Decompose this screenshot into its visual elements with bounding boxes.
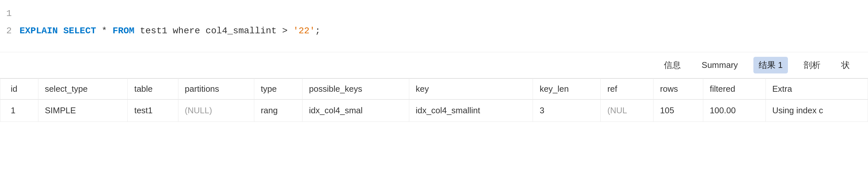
code-string-value: '22' xyxy=(293,26,315,36)
code-star: * xyxy=(101,26,107,36)
code-editor: 1 2 EXPLAIN SELECT * FROM test1 where co… xyxy=(0,0,868,52)
col-header-id: id xyxy=(0,79,38,100)
results-table: id select_type table partitions type pos… xyxy=(0,78,868,122)
col-header-table: table xyxy=(128,79,178,100)
col-header-possible-keys: possible_keys xyxy=(303,79,409,100)
line-number-1: 1 xyxy=(0,6,20,21)
col-header-rows: rows xyxy=(653,79,703,100)
col-header-partitions: partitions xyxy=(178,79,254,100)
col-header-key: key xyxy=(409,79,533,100)
summary-button[interactable]: Summary xyxy=(696,57,743,73)
cell-ref: (NUL xyxy=(601,100,653,122)
line-number-2: 2 xyxy=(0,24,20,39)
cell-filtered: 100.00 xyxy=(703,100,766,122)
result1-button[interactable]: 结果 1 xyxy=(753,57,788,73)
results-table-wrapper: id select_type table partitions type pos… xyxy=(0,78,868,122)
col-header-extra: Extra xyxy=(766,79,868,100)
cell-key-len: 3 xyxy=(533,100,601,122)
cell-rows: 105 xyxy=(653,100,703,122)
cell-key: idx_col4_smallint xyxy=(409,100,533,122)
keyword-select: SELECT xyxy=(63,26,96,36)
col-header-filtered: filtered xyxy=(703,79,766,100)
keyword-from: FROM xyxy=(113,26,134,36)
info-button[interactable]: 信息 xyxy=(659,57,686,73)
cell-extra: Using index c xyxy=(766,100,868,122)
cell-table: test1 xyxy=(128,100,178,122)
table-row: 1 SIMPLE test1 (NULL) rang idx_col4_smal… xyxy=(0,100,868,122)
cell-partitions-value: (NULL) xyxy=(185,105,212,115)
col-header-key-len: key_len xyxy=(533,79,601,100)
cell-select-type: SIMPLE xyxy=(38,100,128,122)
cell-id: 1 xyxy=(0,100,38,122)
col-header-select-type: select_type xyxy=(38,79,128,100)
col-header-type: type xyxy=(254,79,302,100)
cell-ref-value: (NUL xyxy=(607,105,627,115)
more-button[interactable]: 状 xyxy=(836,57,855,73)
cell-partitions: (NULL) xyxy=(178,100,254,122)
code-table: test1 where col4_smallint > xyxy=(140,26,288,36)
cell-possible-keys: idx_col4_smal xyxy=(303,100,409,122)
results-toolbar: 信息 Summary 结果 1 剖析 状 xyxy=(0,52,868,78)
cell-type: rang xyxy=(254,100,302,122)
code-line-2: 2 EXPLAIN SELECT * FROM test1 where col4… xyxy=(0,23,868,40)
code-semicolon: ; xyxy=(315,26,320,36)
table-header-row: id select_type table partitions type pos… xyxy=(0,79,868,100)
code-line-1: 1 xyxy=(0,5,868,23)
keyword-explain: EXPLAIN xyxy=(20,26,58,36)
analyze-button[interactable]: 剖析 xyxy=(798,57,826,73)
col-header-ref: ref xyxy=(601,79,653,100)
code-content-2: EXPLAIN SELECT * FROM test1 where col4_s… xyxy=(20,24,320,39)
